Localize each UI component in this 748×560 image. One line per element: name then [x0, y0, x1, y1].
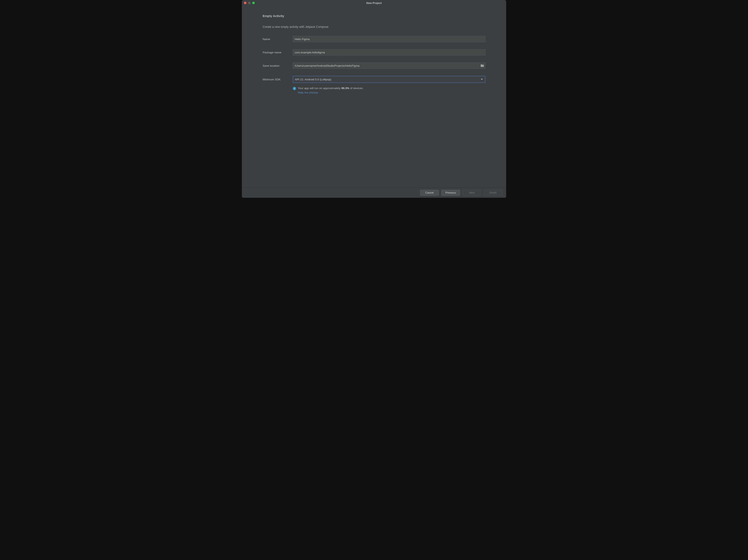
help-me-choose-link[interactable]: Help me choose	[298, 91, 364, 94]
new-project-dialog: New Project Empty Activity Create a new …	[242, 0, 506, 198]
package-name-input[interactable]	[293, 49, 485, 55]
save-location-input[interactable]	[293, 63, 485, 69]
save-location-label: Save location	[263, 64, 293, 67]
previous-button[interactable]: Previous	[441, 190, 460, 196]
minimum-sdk-select[interactable]: API 21: Android 5.0 (Lollipop)	[293, 76, 485, 83]
sdk-info-row: i Your app will run on approximately 99.…	[293, 87, 485, 94]
sdk-info-text: Your app will run on approximately 99.3%…	[298, 87, 364, 90]
sdk-info-suffix: of devices.	[349, 87, 364, 90]
package-name-label: Package name	[263, 51, 293, 54]
minimum-sdk-value: API 21: Android 5.0 (Lollipop)	[295, 78, 331, 81]
info-icon: i	[293, 87, 296, 90]
name-row: Name	[263, 36, 485, 42]
sdk-info-percent: 99.3%	[342, 87, 349, 90]
minimum-sdk-label: Minimum SDK	[263, 78, 293, 81]
window-title: New Project	[242, 1, 506, 5]
name-label: Name	[263, 38, 293, 41]
dialog-content: Empty Activity Create a new empty activi…	[242, 6, 506, 187]
package-row: Package name	[263, 49, 485, 55]
window-controls	[244, 2, 255, 4]
cancel-button[interactable]: Cancel	[420, 190, 439, 196]
titlebar: New Project	[242, 0, 506, 6]
chevron-down-icon	[481, 79, 483, 80]
save-location-row: Save location	[263, 63, 485, 69]
minimize-window-button[interactable]	[248, 2, 251, 4]
name-input[interactable]	[293, 36, 485, 42]
minimum-sdk-row: Minimum SDK API 21: Android 5.0 (Lollipo…	[263, 76, 485, 83]
page-heading: Empty Activity	[263, 14, 485, 18]
page-subheading: Create a new empty activity with Jetpack…	[263, 25, 485, 28]
close-window-button[interactable]	[244, 2, 247, 4]
next-button: Next	[463, 190, 481, 196]
sdk-info-prefix: Your app will run on approximately	[298, 87, 342, 90]
folder-icon[interactable]	[481, 64, 484, 68]
finish-button: Finish	[484, 190, 502, 196]
zoom-window-button[interactable]	[252, 2, 255, 4]
dialog-button-bar: Cancel Previous Next Finish	[242, 187, 506, 198]
